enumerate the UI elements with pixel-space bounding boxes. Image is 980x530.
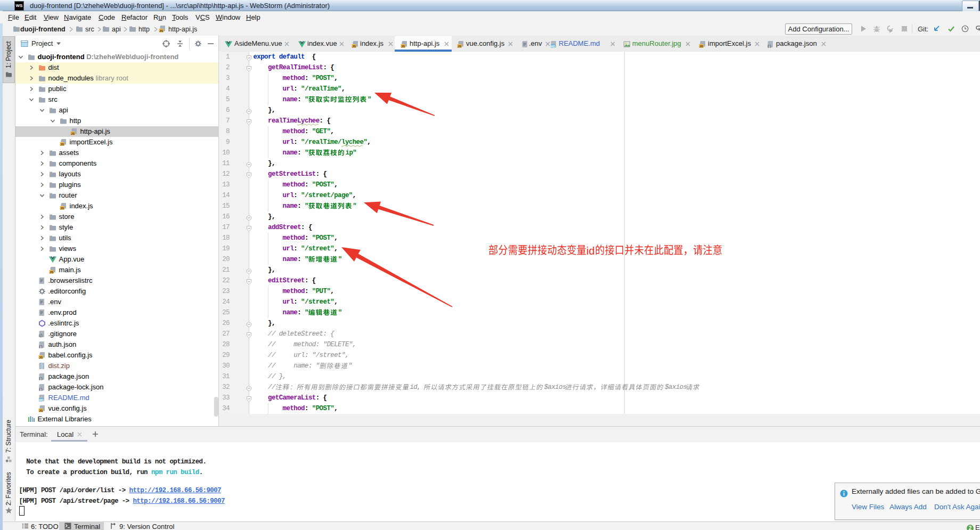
svg-text:JS: JS [60,143,64,146]
svg-text:JS: JS [159,29,163,32]
svg-text:JS: JS [39,356,43,359]
svg-text:{}: {} [39,388,43,391]
svg-text:JS: JS [39,409,43,412]
svg-text:JS: JS [401,45,405,48]
svg-text:JS: JS [71,132,75,135]
svg-text:JS: JS [458,45,461,48]
svg-text:{}: {} [39,377,43,380]
svg-text:JS: JS [50,271,53,274]
svg-text:{}: {} [39,345,43,348]
svg-text:MD: MD [39,398,43,402]
svg-text:JS: JS [352,45,356,48]
svg-text:{}: {} [767,45,772,48]
svg-text:MD: MD [551,45,555,48]
svg-text:JS: JS [60,207,64,210]
svg-text:JS: JS [699,45,703,48]
